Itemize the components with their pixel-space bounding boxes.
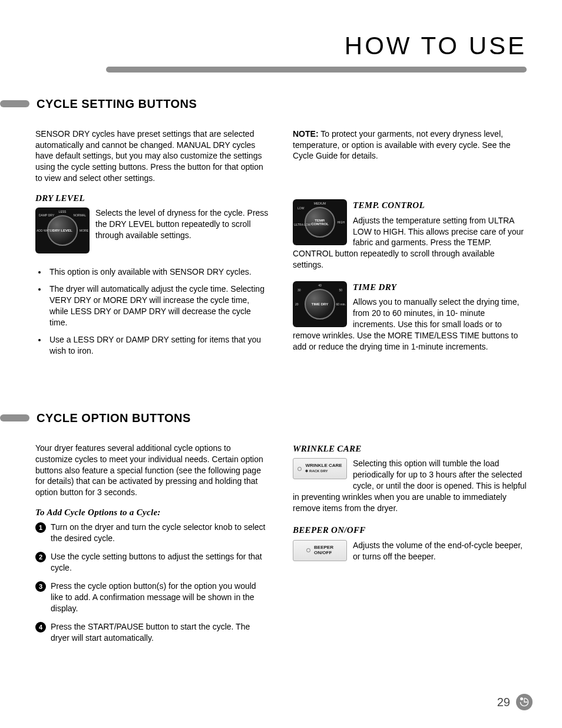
steps-list: Turn on the dryer and turn the cycle sel… xyxy=(35,522,269,643)
dial-tick: MEDIUM xyxy=(314,202,326,206)
beeper-button-icon: BEEPER ON/OFF xyxy=(293,540,347,561)
dial-tick: LESS xyxy=(59,210,67,214)
dry-level-dial-icon: DRY LEVEL LESS DAMP DRY ADD WATER NORMAL… xyxy=(35,207,90,253)
dry-level-body: Selects the level of dryness for the cyc… xyxy=(95,208,268,240)
wrinkle-care-heading: WRINKLE CARE xyxy=(293,443,527,454)
page-title: HOW TO USE xyxy=(35,29,527,63)
page-footer: 29 xyxy=(497,694,533,710)
time-dry-dial-icon: TIME DRY 40 30 20 50 60 min. xyxy=(293,281,347,327)
list-item: Use a LESS DRY or DAMP DRY setting for i… xyxy=(47,334,269,357)
steps-heading: To Add Cycle Options to a Cycle: xyxy=(35,506,269,518)
list-item: The dryer will automatically adjust the … xyxy=(47,284,269,328)
dry-level-bullets: This option is only available with SENSO… xyxy=(47,266,269,356)
dial-tick: MORE xyxy=(80,229,88,233)
lg-logo-icon xyxy=(516,694,533,710)
led-icon xyxy=(297,467,302,471)
dial-label: TIME DRY xyxy=(312,302,328,307)
beeper-heading: BEEPER ON/OFF xyxy=(293,524,527,536)
dry-level-heading: DRY LEVEL xyxy=(35,192,269,204)
section-header-cycle-setting: CYCLE SETTING BUTTONS xyxy=(35,96,527,112)
btn-sublabel: ✱ RACK DRY xyxy=(305,469,328,473)
dial-tick: DAMP DRY xyxy=(39,213,54,218)
dial-label: DRY LEVEL xyxy=(52,229,72,233)
dial-tick: 30 xyxy=(297,288,301,292)
list-item: This option is only available with SENSO… xyxy=(47,266,269,278)
section-pill-icon xyxy=(0,100,29,107)
note-body: To protect your garments, not every dryn… xyxy=(293,129,511,161)
note-text: NOTE: To protect your garments, not ever… xyxy=(293,129,527,162)
section-heading: CYCLE SETTING BUTTONS xyxy=(37,96,197,112)
dial-label: TEMP. CONTROL xyxy=(306,219,334,226)
temp-control-dial-icon: TEMP. CONTROL MEDIUM LOW ULTRA LOW HIGH xyxy=(293,199,347,245)
list-item: Press the cycle option button(s) for the… xyxy=(35,581,269,614)
intro-text: SENSOR DRY cycles have preset settings t… xyxy=(35,129,269,184)
wrinkle-care-button-icon: WRINKLE CARE ✱ RACK DRY xyxy=(293,458,347,479)
page-number: 29 xyxy=(497,694,510,710)
dial-tick: 60 min. xyxy=(336,302,346,307)
section-heading: CYCLE OPTION BUTTONS xyxy=(37,410,191,426)
list-item: Turn on the dryer and turn the cycle sel… xyxy=(35,522,269,544)
section-header-cycle-option: CYCLE OPTION BUTTONS xyxy=(35,410,527,426)
list-item: Press the START/PAUSE button to start th… xyxy=(35,621,269,644)
dial-tick: 50 xyxy=(339,288,342,292)
led-icon xyxy=(306,548,310,552)
dial-tick: NORMAL xyxy=(74,213,86,218)
title-rule xyxy=(106,67,527,73)
dial-tick: 20 xyxy=(295,302,299,307)
dial-tick: HIGH xyxy=(338,220,345,225)
note-prefix: NOTE: xyxy=(293,129,319,139)
btn-label: WRINKLE CARE xyxy=(305,463,342,468)
beeper-body: Adjusts the volume of the end-of-cycle b… xyxy=(353,541,523,561)
btn-sublabel: ON/OFF xyxy=(314,550,332,555)
dial-tick: 40 xyxy=(318,284,322,288)
intro-text: Your dryer features several additional c… xyxy=(35,443,269,498)
dial-tick: LOW xyxy=(297,206,304,210)
btn-label: BEEPER xyxy=(314,545,333,550)
list-item: Use the cycle setting buttons to adjust … xyxy=(35,551,269,574)
section-pill-icon xyxy=(0,414,29,421)
